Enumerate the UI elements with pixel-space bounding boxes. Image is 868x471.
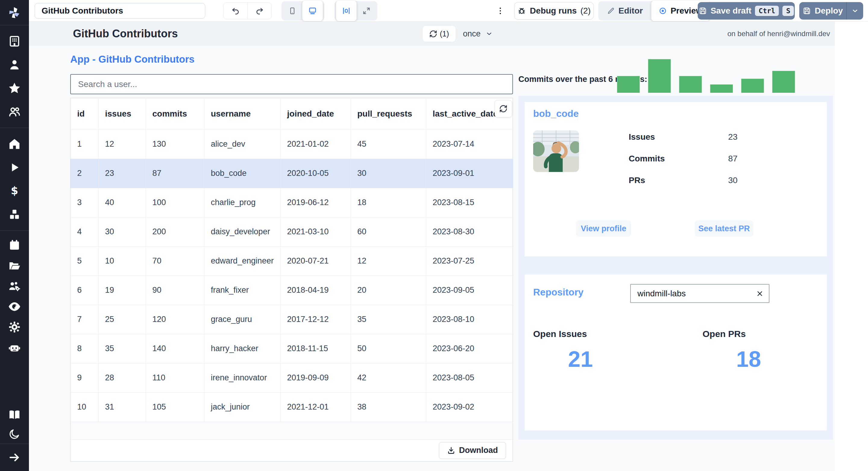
schedule-dropdown[interactable]: once: [463, 25, 493, 42]
table-cell: 200: [146, 217, 204, 246]
table-row[interactable]: 928110irene_innovator2019-09-09422023-08…: [70, 363, 513, 393]
column-header-pull_requests[interactable]: pull_requests: [350, 98, 426, 130]
debug-runs-button[interactable]: Debug runs (2): [514, 2, 594, 20]
stat-label-issues: Issues: [629, 132, 655, 142]
sidebar-item-home[interactable]: [0, 132, 29, 156]
preview-disc-icon: [658, 7, 667, 15]
open-prs-label: Open PRs: [703, 329, 746, 339]
column-header-issues[interactable]: issues: [98, 98, 146, 130]
desktop-icon: [308, 6, 317, 15]
app-canvas: App - GitHub Contributors idissuescommit…: [29, 46, 835, 471]
search-input[interactable]: [70, 74, 513, 94]
download-button[interactable]: Download: [439, 442, 506, 459]
sidebar-item-dark-mode[interactable]: [0, 424, 29, 444]
table-cell: 1: [70, 130, 98, 159]
sidebar-item-user[interactable]: [0, 53, 29, 76]
repository-input[interactable]: [630, 284, 770, 303]
mobile-view-button[interactable]: [283, 3, 302, 19]
viewport-toggle-group: [281, 1, 324, 21]
app-refresh-button[interactable]: (1): [422, 25, 456, 42]
table-cell: 90: [146, 275, 204, 305]
editor-tab[interactable]: Editor: [600, 3, 650, 19]
redo-button[interactable]: [247, 3, 271, 19]
sidebar-item-schedules[interactable]: [0, 235, 29, 256]
table-row[interactable]: 51070edward_engineer2020-07-21122023-07-…: [70, 246, 513, 275]
table-row[interactable]: 112130alice_dev2021-01-02452023-07-14: [70, 130, 513, 159]
sidebar-item-groups-admin[interactable]: [0, 276, 29, 296]
commit-bar: [648, 59, 671, 93]
table-row[interactable]: 725120grace_guru2017-12-12352023-08-10: [70, 305, 513, 334]
refresh-icon: [499, 104, 507, 113]
fullwidth-layout-button[interactable]: [357, 3, 376, 19]
commit-bar: [741, 78, 764, 93]
eye-icon: [7, 300, 22, 313]
table-cell: daisy_developer: [204, 217, 280, 246]
play-icon: [8, 161, 21, 173]
table-cell: 110: [146, 363, 204, 393]
table-cell: 2023-09-02: [426, 393, 513, 422]
user-detail-card: bob_code: [524, 102, 827, 257]
sidebar-item-resources[interactable]: [0, 203, 29, 226]
table-cell: 2023-08-30: [426, 217, 513, 246]
sidebar-item-folders[interactable]: [0, 256, 29, 276]
right-panel: bob_code: [518, 96, 833, 440]
table-row[interactable]: 61990frank_fixer2018-04-19202023-09-05: [70, 275, 513, 305]
app-title-input[interactable]: [35, 3, 205, 19]
table-row[interactable]: 835140harry_hacker2018-11-15502023-06-20: [70, 334, 513, 363]
folder-open-icon: [8, 259, 21, 272]
see-latest-pr-button[interactable]: See latest PR: [695, 221, 753, 237]
table-row[interactable]: 22387bob_code2020-10-05302023-09-01: [70, 159, 513, 188]
cubes-icon: [8, 208, 21, 221]
sidebar-item-runs[interactable]: [0, 156, 29, 179]
clear-input-button[interactable]: [754, 288, 765, 299]
table-cell: 87: [146, 159, 204, 188]
sidebar-collapse-toggle[interactable]: [0, 444, 29, 471]
deploy-button-group: Deploy: [799, 2, 863, 20]
table-cell: 130: [146, 130, 204, 159]
table-row[interactable]: 430200daisy_developer2021-03-10602023-08…: [70, 217, 513, 246]
table-cell: harry_hacker: [204, 334, 280, 363]
save-icon: [803, 7, 811, 15]
deploy-button[interactable]: Deploy: [799, 6, 846, 16]
commits-bar-chart: [617, 59, 795, 93]
table-cell: frank_fixer: [204, 275, 280, 305]
sidebar-item-favorites[interactable]: [0, 76, 29, 100]
table-row[interactable]: 1031105jack_junior2021-12-01382023-09-02: [70, 393, 513, 422]
repository-card: Repository Open Issues Open PRs 21 18: [524, 274, 827, 431]
centered-layout-button[interactable]: [336, 1, 356, 21]
windmill-logo[interactable]: [0, 0, 29, 25]
sidebar-item-docs[interactable]: [0, 405, 29, 424]
column-header-username[interactable]: username: [204, 98, 280, 130]
desktop-view-button[interactable]: [302, 1, 323, 21]
sidebar-item-workers[interactable]: [0, 337, 29, 358]
deploy-options-button[interactable]: [846, 2, 863, 20]
sidebar-item-groups[interactable]: [0, 100, 29, 124]
sidebar-item-settings[interactable]: [0, 317, 29, 337]
table-cell: 2023-09-05: [426, 275, 513, 305]
sidebar-item-workspace[interactable]: [0, 30, 29, 53]
table-cell: 2023-07-25: [426, 246, 513, 275]
save-draft-button[interactable]: Save draft Ctrl S: [698, 2, 795, 20]
table-cell: 7: [70, 305, 98, 334]
phone-icon: [288, 7, 297, 15]
table-footer: Download: [70, 440, 513, 462]
app-heading: App - GitHub Contributors: [70, 54, 194, 65]
sidebar-item-audit-logs[interactable]: [0, 296, 29, 317]
table-header-row: idissuescommitsusernamejoined_datepull_r…: [70, 98, 513, 130]
stat-label-commits: Commits: [629, 154, 665, 164]
table-row[interactable]: 340100charlie_prog2019-06-12182023-08-15: [70, 188, 513, 217]
column-header-commits[interactable]: commits: [146, 98, 204, 130]
table-cell: 30: [98, 217, 146, 246]
table-cell: 2023-08-10: [426, 305, 513, 334]
table-cell: 23: [98, 159, 146, 188]
more-options-button[interactable]: [493, 5, 507, 17]
column-header-joined_date[interactable]: joined_date: [280, 98, 350, 130]
undo-button[interactable]: [224, 3, 247, 19]
sidebar-group-workspace: [0, 25, 29, 128]
sidebar-item-variables[interactable]: $: [0, 179, 29, 203]
moon-icon: [8, 428, 21, 440]
table-cell: 25: [98, 305, 146, 334]
table-refresh-button[interactable]: [495, 100, 512, 117]
column-header-id[interactable]: id: [70, 98, 98, 130]
view-profile-button[interactable]: View profile: [576, 221, 631, 237]
